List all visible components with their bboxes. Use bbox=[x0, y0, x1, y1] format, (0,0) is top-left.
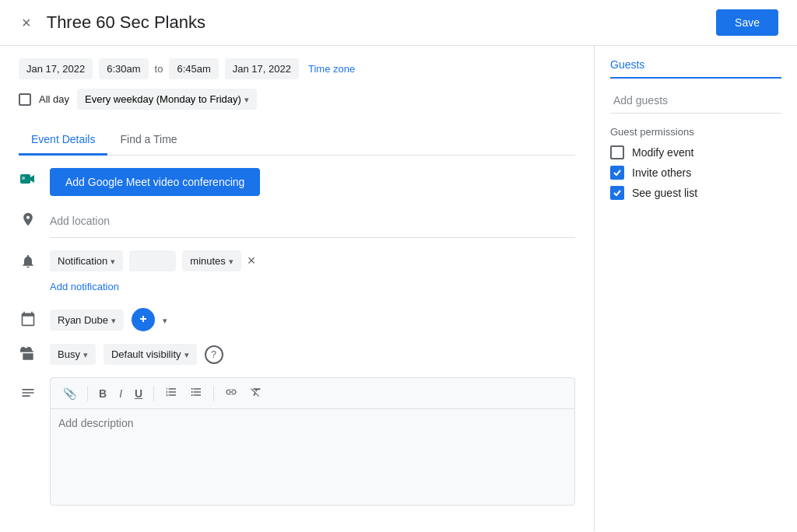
guest-permissions-title: Guest permissions bbox=[610, 126, 781, 138]
invite-others-checkbox[interactable] bbox=[610, 166, 624, 180]
see-guest-list-label: See guest list bbox=[632, 187, 697, 199]
svg-rect-0 bbox=[20, 174, 30, 184]
notification-unit-label: minutes bbox=[190, 255, 226, 267]
status-section: Busy Default visibility ? bbox=[19, 344, 575, 365]
link-button[interactable] bbox=[220, 383, 242, 404]
color-chevron-icon bbox=[163, 313, 167, 326]
allday-row: All day Every weekday (Monday to Friday) bbox=[19, 89, 575, 110]
svg-rect-1 bbox=[22, 177, 25, 180]
toolbar-separator-1 bbox=[87, 386, 88, 401]
unordered-list-button[interactable] bbox=[185, 383, 207, 404]
location-section bbox=[19, 208, 575, 238]
description-icon bbox=[19, 383, 37, 402]
calendar-icon bbox=[19, 310, 37, 328]
calendar-row: Ryan Dube bbox=[50, 308, 575, 331]
notification-value-input[interactable]: 0 bbox=[129, 250, 176, 271]
busy-status-select[interactable]: Busy bbox=[50, 344, 96, 365]
visibility-select[interactable]: Default visibility bbox=[104, 344, 197, 365]
timezone-button[interactable]: Time zone bbox=[305, 58, 358, 79]
end-date-button[interactable]: Jan 17, 2022 bbox=[225, 58, 299, 79]
google-meet-logo-icon bbox=[19, 170, 37, 188]
calendar-content: Ryan Dube bbox=[50, 308, 575, 331]
notification-row: Notification 0 minutes × bbox=[50, 250, 575, 271]
start-date-button[interactable]: Jan 17, 2022 bbox=[19, 58, 93, 79]
remove-format-button[interactable] bbox=[245, 383, 267, 404]
notification-section: Notification 0 minutes × Add notificatio… bbox=[19, 250, 575, 296]
see-guest-list-checkbox[interactable] bbox=[610, 186, 624, 200]
notification-unit-select[interactable]: minutes bbox=[182, 250, 241, 271]
italic-button[interactable]: I bbox=[114, 384, 127, 403]
color-circle-icon bbox=[139, 314, 148, 326]
allday-label: All day bbox=[39, 93, 69, 105]
notification-icon bbox=[19, 252, 37, 271]
help-button[interactable]: ? bbox=[205, 345, 223, 364]
recurrence-button[interactable]: Every weekday (Monday to Friday) bbox=[77, 89, 257, 110]
save-button[interactable]: Save bbox=[716, 9, 778, 36]
guests-title: Guests bbox=[610, 58, 781, 79]
busy-label: Busy bbox=[58, 348, 80, 360]
tab-find-time[interactable]: Find a Time bbox=[107, 125, 189, 156]
event-color-button[interactable] bbox=[132, 308, 155, 331]
notification-unit-chevron-icon bbox=[229, 255, 233, 267]
notification-type-select[interactable]: Notification bbox=[50, 250, 123, 271]
busy-chevron-icon bbox=[83, 348, 88, 360]
modify-event-checkbox[interactable] bbox=[610, 145, 624, 159]
recurrence-label: Every weekday (Monday to Friday) bbox=[85, 93, 241, 105]
invite-others-label: Invite others bbox=[632, 166, 691, 179]
toolbar-separator-2 bbox=[153, 386, 154, 401]
datetime-row: Jan 17, 2022 6:30am to 6:45am Jan 17, 20… bbox=[19, 58, 575, 79]
meet-icon bbox=[19, 170, 37, 188]
meet-section: Add Google Meet video conferencing bbox=[19, 168, 575, 196]
meet-content: Add Google Meet video conferencing bbox=[50, 168, 575, 196]
remove-notification-button[interactable]: × bbox=[248, 253, 256, 269]
permission-invite-others: Invite others bbox=[610, 166, 781, 180]
notification-type-label: Notification bbox=[58, 255, 107, 267]
location-input[interactable] bbox=[50, 208, 575, 234]
description-box: 📎 B I U bbox=[50, 377, 575, 506]
attach-button[interactable]: 📎 bbox=[58, 384, 81, 403]
visibility-chevron-icon bbox=[184, 348, 189, 360]
guests-panel: Guests Guest permissions Modify event In… bbox=[595, 46, 797, 531]
description-toolbar: 📎 B I U bbox=[51, 378, 574, 409]
allday-checkbox[interactable] bbox=[19, 93, 31, 106]
event-title: Three 60 Sec Planks bbox=[47, 12, 704, 33]
status-content: Busy Default visibility ? bbox=[50, 344, 575, 365]
bold-button[interactable]: B bbox=[94, 384, 111, 403]
calendar-owner-label: Ryan Dube bbox=[58, 314, 108, 326]
permission-see-guest-list: See guest list bbox=[610, 186, 781, 200]
tabs-row: Event Details Find a Time bbox=[19, 125, 575, 156]
start-time-button[interactable]: 6:30am bbox=[99, 58, 148, 79]
calendar-section: Ryan Dube bbox=[19, 308, 575, 331]
calendar-owner-chevron-icon bbox=[111, 314, 116, 326]
status-icon bbox=[19, 345, 37, 364]
location-content bbox=[50, 208, 575, 238]
description-textarea[interactable] bbox=[51, 409, 574, 502]
status-row: Busy Default visibility ? bbox=[50, 344, 575, 365]
toolbar-separator-3 bbox=[213, 386, 214, 401]
notification-type-chevron-icon bbox=[111, 255, 115, 267]
visibility-label: Default visibility bbox=[111, 348, 181, 360]
end-time-button[interactable]: 6:45am bbox=[169, 58, 218, 79]
modify-event-label: Modify event bbox=[632, 146, 693, 159]
notification-content: Notification 0 minutes × Add notificatio… bbox=[50, 250, 575, 296]
to-separator: to bbox=[155, 63, 163, 75]
event-details-panel: Jan 17, 2022 6:30am to 6:45am Jan 17, 20… bbox=[0, 46, 595, 531]
ordered-list-button[interactable] bbox=[160, 383, 182, 404]
close-button[interactable]: × bbox=[19, 11, 34, 35]
tab-event-details[interactable]: Event Details bbox=[19, 125, 107, 156]
permission-modify-event: Modify event bbox=[610, 145, 781, 159]
add-notification-button[interactable]: Add notification bbox=[50, 278, 119, 296]
add-guests-input[interactable] bbox=[610, 88, 781, 114]
description-section: 📎 B I U bbox=[19, 377, 575, 506]
add-meet-button[interactable]: Add Google Meet video conferencing bbox=[50, 168, 260, 196]
calendar-owner-select[interactable]: Ryan Dube bbox=[50, 310, 124, 331]
location-icon bbox=[19, 210, 37, 229]
underline-button[interactable]: U bbox=[130, 384, 147, 403]
recurrence-chevron-icon bbox=[244, 93, 249, 105]
